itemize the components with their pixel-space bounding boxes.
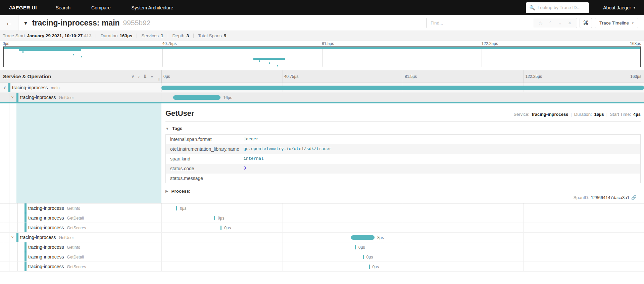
- span-row: tracing-inprocessGetInfo0µs: [0, 203, 644, 213]
- span-row: tracing-inprocessGetDetail0µs: [0, 252, 644, 262]
- span-row-name-cell[interactable]: ∨tracing-inprocessmain: [0, 83, 161, 92]
- service-value: tracing-inprocess: [532, 112, 568, 117]
- detail-operation-name: GetUser: [165, 109, 194, 118]
- trace-page-header: ← ▼ tracing-inprocess: main 9955b92 ◎ ⌃ …: [0, 15, 644, 31]
- timeline-header: Service & Operation ∨ › ⇊ » ‖ 0µs40.75µs…: [0, 70, 644, 83]
- span-row-name-cell[interactable]: tracing-inprocessGetInfo: [0, 203, 161, 213]
- tag-row[interactable]: otel.instrumentation_library.namego.open…: [166, 144, 641, 154]
- nav-item-system-architecture[interactable]: System Architecture: [132, 5, 174, 10]
- span-row-name-cell[interactable]: ∨tracing-inprocessGetUser: [0, 233, 161, 242]
- minimap-tick-label: 0µs: [3, 41, 9, 46]
- span-duration-bar[interactable]: [220, 226, 221, 230]
- tree-guide-line: [4, 252, 4, 262]
- clear-x-icon[interactable]: ✕: [568, 20, 572, 26]
- span-duration-label: 0µs: [180, 206, 187, 211]
- span-row-name-cell[interactable]: tracing-inprocessGetDetail: [0, 213, 161, 223]
- summary-item: Services1: [141, 33, 163, 38]
- tree-guide-line: [17, 223, 18, 232]
- trace-lookup-input[interactable]: [538, 5, 586, 10]
- meta-divider: |: [571, 112, 572, 117]
- span-duration-bar[interactable]: [369, 265, 370, 269]
- span-rows-bottom: tracing-inprocessGetInfo0µstracing-inpro…: [0, 203, 644, 272]
- span-duration-bar[interactable]: [161, 86, 644, 90]
- tag-row[interactable]: status.message: [166, 174, 641, 183]
- span-row-name-cell[interactable]: tracing-inprocessGetScores: [0, 262, 161, 271]
- span-duration-bar[interactable]: [363, 255, 364, 259]
- tag-value: 0: [244, 164, 641, 174]
- view-selector-button[interactable]: Trace Timeline ▾: [595, 18, 638, 28]
- trace-lookup-box[interactable]: 🔍: [526, 2, 589, 13]
- span-operation-name: main: [51, 86, 60, 90]
- detail-span-highlight-column[interactable]: [16, 103, 161, 203]
- span-duration-label: 0µs: [224, 226, 231, 230]
- span-color-accent: [24, 203, 27, 213]
- minimap-span-bar: [277, 65, 278, 66]
- span-row-name-cell[interactable]: tracing-inprocessGetDetail: [0, 252, 161, 262]
- back-button[interactable]: ←: [0, 15, 18, 31]
- span-color-accent: [8, 83, 10, 92]
- span-row-name-cell[interactable]: ∨tracing-inprocessGetUser: [0, 93, 161, 102]
- timeline-minimap[interactable]: [3, 46, 641, 67]
- service-operation-header: Service & Operation ∨ › ⇊ » ‖: [0, 70, 161, 83]
- tree-guide-line: [17, 213, 18, 223]
- trace-collapse-chevron-icon[interactable]: ▼: [23, 20, 28, 26]
- duration-label: Duration:: [574, 112, 592, 117]
- expand-one-icon[interactable]: ›: [138, 74, 140, 79]
- span-row: ∨tracing-inprocessGetUser8µs: [0, 233, 644, 242]
- span-row-name-cell[interactable]: tracing-inprocessGetScores: [0, 223, 161, 232]
- tag-row[interactable]: span.kindinternal: [166, 154, 641, 164]
- span-color-accent: [24, 213, 27, 223]
- target-icon[interactable]: ◎: [539, 20, 542, 26]
- minimap-right-drag-handle[interactable]: [640, 47, 641, 67]
- keyboard-shortcuts-button[interactable]: ⌘: [580, 18, 592, 28]
- span-row-timeline-cell[interactable]: 8µs: [161, 233, 644, 242]
- tag-row[interactable]: status.code0: [166, 164, 641, 174]
- span-row-timeline-cell[interactable]: 0µs: [161, 203, 644, 213]
- span-collapse-chevron-icon[interactable]: ∨: [11, 235, 14, 239]
- minimap-span-bar: [3, 47, 641, 49]
- span-row-timeline-cell[interactable]: 0µs: [161, 223, 644, 232]
- span-duration-bar[interactable]: [173, 95, 220, 100]
- nav-item-compare[interactable]: Compare: [91, 5, 111, 10]
- tags-section-header[interactable]: ▼ Tags: [165, 126, 641, 131]
- nav-item-search[interactable]: Search: [56, 5, 70, 10]
- span-row: tracing-inprocessGetScores0µs: [0, 223, 644, 233]
- span-row-name-cell[interactable]: tracing-inprocessGetInfo: [0, 242, 161, 252]
- span-row-timeline-cell[interactable]: 0µs: [161, 252, 644, 262]
- find-input[interactable]: [426, 18, 533, 28]
- minimap-left-drag-handle[interactable]: [3, 47, 4, 67]
- span-row-timeline-cell[interactable]: 0µs: [161, 213, 644, 223]
- tag-row[interactable]: internal.span.formatjaeger: [166, 135, 641, 144]
- span-detail-panel: GetUser Service: tracing-inprocess | Dur…: [0, 102, 644, 203]
- copy-link-icon[interactable]: 🔗: [631, 195, 637, 200]
- tag-value: go.opentelemetry.io/otel/sdk/tracer: [244, 144, 641, 154]
- span-row-timeline-cell[interactable]: 16µs: [161, 93, 644, 102]
- span-row-timeline-cell[interactable]: 0µs: [161, 262, 644, 271]
- trace-summary-bar: Trace StartJanuary 29 2021, 10:10:27.413…: [0, 31, 644, 41]
- span-service-name: tracing-inprocessGetDetail: [28, 254, 84, 259]
- about-jaeger-menu[interactable]: About Jaeger ▾: [603, 5, 635, 10]
- span-duration-bar[interactable]: [176, 206, 177, 210]
- span-row-timeline-cell[interactable]: 0µs: [161, 242, 644, 252]
- process-section-header[interactable]: ▶ Process:: [165, 189, 641, 194]
- chevron-up-icon[interactable]: ⌃: [548, 20, 552, 26]
- summary-value: 163µs: [119, 33, 132, 38]
- collapse-one-icon[interactable]: ∨: [131, 74, 135, 79]
- detail-divider: [165, 121, 641, 122]
- span-collapse-chevron-icon[interactable]: ∨: [3, 85, 6, 90]
- brand-jaeger-ui[interactable]: JAEGER UI: [9, 5, 37, 10]
- summary-item: Trace StartJanuary 29 2021, 10:10:27.413: [3, 33, 91, 38]
- chevron-down-icon: ▾: [632, 21, 634, 25]
- span-duration-bar[interactable]: [355, 245, 356, 249]
- span-id-row: SpanID: 128664147daca3a1 🔗: [574, 195, 637, 200]
- span-collapse-chevron-icon[interactable]: ∨: [11, 95, 14, 99]
- span-duration-bar[interactable]: [214, 216, 215, 220]
- tag-key: internal.span.format: [166, 135, 244, 144]
- span-row-timeline-cell[interactable]: [161, 83, 644, 92]
- span-duration-bar[interactable]: [351, 235, 375, 240]
- collapse-all-icon[interactable]: ⇊: [143, 74, 147, 79]
- column-resize-grip[interactable]: ‖: [158, 78, 160, 81]
- chevron-down-icon[interactable]: ⌄: [558, 20, 562, 26]
- tree-guide-line: [4, 223, 4, 232]
- expand-all-icon[interactable]: »: [151, 74, 153, 79]
